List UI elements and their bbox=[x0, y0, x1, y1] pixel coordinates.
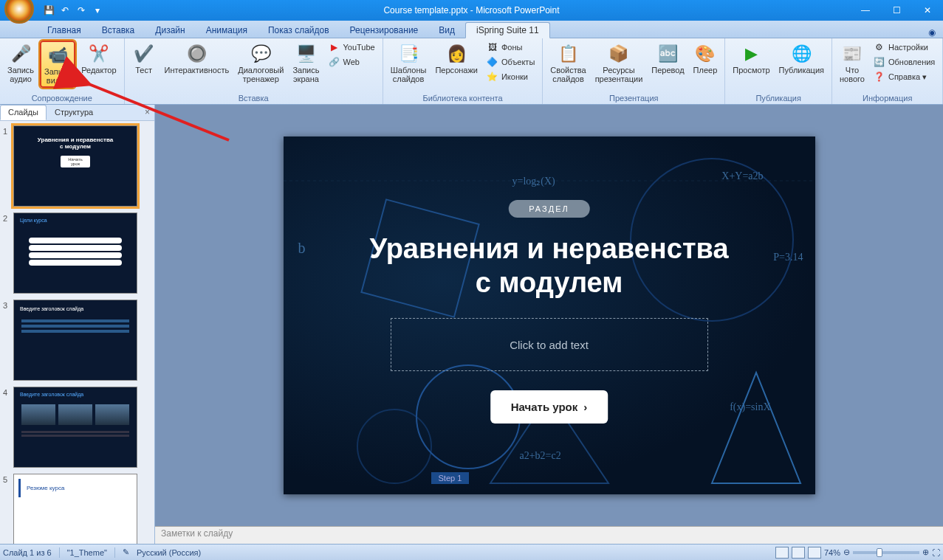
ribbon-icon: 👩 bbox=[445, 42, 468, 66]
ribbon-icon: 🌐 bbox=[789, 42, 813, 66]
tab-animation[interactable]: Анимация bbox=[196, 23, 258, 38]
tab-design[interactable]: Дизайн bbox=[145, 23, 195, 38]
ribbon-button[interactable]: 📦Ресурсы презентации bbox=[592, 41, 646, 85]
ribbon-group: ▶Просмотр🌐ПубликацияПубликация bbox=[725, 38, 832, 104]
ribbon-button[interactable]: ▶Просмотр bbox=[730, 41, 772, 76]
ribbon-small-button[interactable]: ▶YouTube bbox=[325, 41, 377, 54]
ribbon-label: Свойства слайдов bbox=[550, 66, 586, 83]
small-icon: 🔗 bbox=[328, 56, 340, 68]
ribbon-button[interactable]: ✔️Тест bbox=[129, 41, 159, 76]
ribbon-button[interactable]: 📹Запись видео bbox=[40, 41, 75, 88]
group-label: Информация bbox=[863, 93, 912, 103]
ribbon-icon: 🔤 bbox=[656, 42, 679, 66]
redo-icon[interactable]: ↷ bbox=[75, 4, 87, 16]
ribbon-button[interactable]: 📑Шаблоны слайдов bbox=[388, 41, 430, 85]
ribbon-button[interactable]: 📰Что нового bbox=[837, 41, 868, 85]
slide-thumb-5[interactable]: Резюме курса bbox=[13, 474, 137, 544]
ribbon-small-button[interactable]: 🔄Обновления bbox=[871, 55, 938, 69]
ribbon-icon: 🔘 bbox=[185, 42, 208, 66]
tab-home[interactable]: Главная bbox=[37, 23, 92, 38]
tab-view[interactable]: Вид bbox=[428, 23, 465, 38]
language-status[interactable]: Русский (Россия) bbox=[137, 548, 201, 557]
notes-pane[interactable]: Заметки к слайду bbox=[155, 526, 943, 544]
step-label: Step 1 bbox=[431, 472, 470, 484]
group-label: Вставка bbox=[239, 93, 269, 103]
ribbon-small-button[interactable]: 🔷Объекты bbox=[484, 55, 538, 69]
ribbon-button[interactable]: 🖥️Запись экрана bbox=[289, 41, 322, 85]
help-icon[interactable]: ◉ bbox=[928, 27, 936, 38]
slide-thumb-2[interactable]: Цели курса bbox=[13, 212, 137, 294]
ribbon-label: Запись аудио bbox=[7, 66, 34, 83]
ribbon-button[interactable]: 👩Персонажи bbox=[432, 41, 481, 76]
slide-thumb-1[interactable]: Уравнения и неравенства с модулем Начать… bbox=[13, 125, 137, 207]
ribbon-tabs: Главная Вставка Дизайн Анимация Показ сл… bbox=[0, 21, 943, 38]
start-lesson-button[interactable]: Начать урок› bbox=[490, 390, 608, 424]
office-button[interactable] bbox=[4, 0, 34, 24]
zoom-in-button[interactable]: ⊕ bbox=[922, 547, 929, 557]
subtitle-placeholder[interactable]: Click to add text bbox=[391, 318, 708, 371]
panel-close-icon[interactable]: × bbox=[140, 105, 154, 120]
small-icon: ▶ bbox=[328, 41, 340, 53]
slide-title[interactable]: Уравнения и неравенства с модулем bbox=[284, 232, 815, 300]
ribbon-group: 📑Шаблоны слайдов👩Персонажи🖼Фоны🔷Объекты⭐… bbox=[383, 38, 543, 104]
ribbon-label: Персонажи bbox=[435, 66, 478, 75]
group-label: Публикация bbox=[755, 93, 800, 103]
slide-thumbnails: 1 Уравнения и неравенства с модулем Нача… bbox=[0, 121, 154, 544]
minimize-button[interactable]: — bbox=[850, 0, 881, 21]
slideshow-view-button[interactable] bbox=[808, 547, 821, 559]
tab-review[interactable]: Рецензирование bbox=[340, 23, 429, 38]
tab-insert[interactable]: Вставка bbox=[92, 23, 145, 38]
ribbon-button[interactable]: 📋Свойства слайдов bbox=[547, 41, 589, 85]
ribbon-icon: 📑 bbox=[397, 42, 420, 66]
ribbon-group: 📋Свойства слайдов📦Ресурсы презентации🔤Пе… bbox=[543, 38, 725, 104]
ribbon-button[interactable]: 🔘Интерактивность bbox=[162, 41, 233, 76]
ribbon-button[interactable]: 🌐Публикация bbox=[776, 41, 827, 76]
math-text: X+Y=a2b bbox=[721, 170, 763, 182]
ribbon-group: ✔️Тест🔘Интерактивность💬Диалоговый тренаж… bbox=[125, 38, 383, 104]
ribbon: 🎤Запись аудио📹Запись видео✂️РедакторСопр… bbox=[0, 38, 943, 105]
ribbon-group: 📰Что нового⚙Настройки🔄Обновления❓Справка… bbox=[832, 38, 943, 104]
ribbon-button[interactable]: 💬Диалоговый тренажер bbox=[235, 41, 287, 85]
ribbon-button[interactable]: 🎤Запись аудио bbox=[4, 41, 37, 85]
ribbon-small-button[interactable]: ⚙Настройки bbox=[871, 41, 938, 54]
ribbon-icon: ✔️ bbox=[132, 42, 156, 66]
math-text: f(x)=sinX bbox=[730, 401, 770, 413]
fit-window-button[interactable]: ⛶ bbox=[932, 548, 940, 557]
qat-dropdown-icon[interactable]: ▾ bbox=[92, 4, 103, 16]
section-chip: РАЗДЕЛ bbox=[508, 200, 589, 218]
slides-panel: Слайды Структура × 1 Уравнения и неравен… bbox=[0, 105, 155, 544]
normal-view-button[interactable] bbox=[775, 547, 789, 559]
panel-tab-outline[interactable]: Структура bbox=[47, 105, 101, 120]
ribbon-label: Редактор bbox=[81, 66, 116, 75]
tab-slideshow[interactable]: Показ слайдов bbox=[258, 23, 340, 38]
ribbon-button[interactable]: ✂️Редактор bbox=[78, 41, 119, 76]
ribbon-label: Публикация bbox=[779, 66, 824, 75]
ribbon-icon: 📋 bbox=[556, 42, 580, 66]
ribbon-label: Шаблоны слайдов bbox=[391, 66, 427, 83]
sorter-view-button[interactable] bbox=[792, 547, 805, 559]
group-label: Презентация bbox=[609, 93, 658, 103]
small-icon: 🔄 bbox=[874, 56, 885, 68]
ribbon-button[interactable]: 🔤Перевод bbox=[648, 41, 687, 76]
zoom-out-button[interactable]: ⊖ bbox=[843, 547, 850, 557]
ribbon-small-button[interactable]: ⭐Иконки bbox=[484, 70, 538, 83]
ribbon-small-button[interactable]: 🔗Web bbox=[325, 55, 377, 69]
save-icon[interactable]: 💾 bbox=[43, 4, 55, 16]
ribbon-label: Перевод bbox=[651, 66, 684, 75]
slide-thumb-3[interactable]: Введите заголовок слайда bbox=[13, 300, 137, 381]
zoom-slider[interactable] bbox=[853, 551, 919, 554]
slide-canvas[interactable]: y=log₂(X) X+Y=a2b P=3.14 a2+b2=c2 f(x)=s… bbox=[284, 136, 815, 494]
ribbon-small-button[interactable]: ❓Справка ▾ bbox=[871, 70, 938, 83]
tab-ispring[interactable]: iSpring Suite 11 bbox=[465, 22, 550, 38]
ribbon-icon: 🎨 bbox=[693, 42, 717, 66]
zoom-level[interactable]: 74% bbox=[824, 548, 840, 557]
ribbon-button[interactable]: 🎨Плеер bbox=[690, 41, 721, 76]
spellcheck-icon[interactable]: ✎ bbox=[123, 547, 129, 557]
maximize-button[interactable]: ☐ bbox=[881, 0, 912, 21]
slide-thumb-4[interactable]: Введите заголовок слайда bbox=[13, 387, 137, 468]
undo-icon[interactable]: ↶ bbox=[59, 4, 71, 16]
ribbon-icon: 💬 bbox=[249, 42, 272, 66]
close-button[interactable]: ✕ bbox=[912, 0, 943, 21]
panel-tab-slides[interactable]: Слайды bbox=[0, 105, 47, 120]
ribbon-small-button[interactable]: 🖼Фоны bbox=[484, 41, 538, 54]
